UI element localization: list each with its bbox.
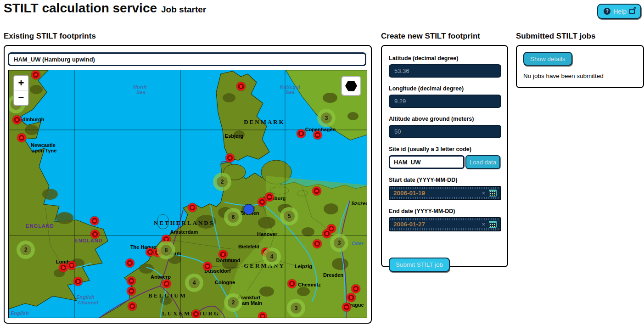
map[interactable]: NorthSeaKattegatSeaEnglishChannelEnglish… <box>8 70 367 318</box>
footprint-marker[interactable] <box>203 262 212 271</box>
zoom-in-button[interactable]: + <box>14 76 28 90</box>
footprint-marker[interactable] <box>13 116 22 124</box>
cluster-count: 3 <box>334 237 345 248</box>
footprint-marker[interactable] <box>347 293 356 302</box>
cluster-count: 8 <box>161 245 172 256</box>
start-date-field[interactable]: 2006-01-19 × <box>389 186 501 200</box>
external-link-icon <box>629 9 635 14</box>
footprint-marker[interactable] <box>67 261 76 270</box>
altitude-value: 50 <box>394 128 401 135</box>
cluster-marker[interactable]: 2 <box>17 241 35 259</box>
footprint-marker[interactable] <box>59 264 68 272</box>
footprint-marker[interactable] <box>74 277 83 286</box>
cluster-marker[interactable]: 2 <box>224 293 242 312</box>
footprint-marker[interactable] <box>258 312 267 319</box>
cluster-marker[interactable]: 6 <box>224 208 242 226</box>
layers-hexagon-icon <box>345 81 357 91</box>
longitude-label: Longitude (decimal degree) <box>389 85 500 92</box>
footprint-marker[interactable] <box>192 310 201 319</box>
footprint-marker[interactable] <box>323 230 331 238</box>
footprint-marker[interactable] <box>188 203 197 212</box>
footprint-marker[interactable] <box>128 302 137 311</box>
cluster-count: 2 <box>217 176 228 187</box>
latitude-value: 53.36 <box>394 67 409 74</box>
selected-site-marker[interactable] <box>244 205 254 214</box>
calendar-icon[interactable] <box>489 221 497 228</box>
cluster-count: 6 <box>228 212 239 223</box>
footprint-marker[interactable] <box>162 280 171 288</box>
footprints-panel: HAM_UW (Hamburg upwind) <box>4 45 372 324</box>
jobs-empty-message: No jobs have been submitted <box>523 73 637 79</box>
show-details-button[interactable]: Show details <box>523 52 572 66</box>
question-icon: ? <box>604 8 610 15</box>
help-button[interactable]: ? Help <box>597 4 641 19</box>
footprint-marker[interactable] <box>32 71 40 79</box>
map-marker-layer: 232652843423 <box>9 70 367 318</box>
longitude-field[interactable]: 9.29 <box>389 95 501 108</box>
cluster-count: 4 <box>266 251 277 262</box>
site-id-input[interactable] <box>389 155 465 169</box>
clear-date-icon[interactable]: × <box>482 190 485 196</box>
cluster-marker[interactable]: 5 <box>280 207 298 225</box>
altitude-field[interactable]: 50 <box>389 125 501 138</box>
end-date-value: 2006-01-27 <box>393 221 482 228</box>
submit-job-button[interactable]: Submit STILT job <box>389 258 450 272</box>
help-button-label: Help <box>613 8 627 15</box>
footprint-marker[interactable] <box>237 82 246 91</box>
footprint-marker[interactable] <box>313 240 322 248</box>
app-subtitle: Job starter <box>161 5 206 14</box>
longitude-value: 9.29 <box>394 98 406 105</box>
footprint-marker[interactable] <box>265 193 274 202</box>
footprint-marker[interactable] <box>352 285 360 293</box>
footprint-select[interactable]: HAM_UW (Hamburg upwind) <box>8 52 366 66</box>
cluster-count: 3 <box>291 303 302 314</box>
footprint-marker[interactable] <box>314 131 322 140</box>
footprint-marker[interactable] <box>90 217 99 225</box>
cluster-marker[interactable]: 4 <box>185 274 203 292</box>
footprints-heading: Existing STILT footprints <box>4 32 96 41</box>
altitude-label: Altitude above ground (meters) <box>389 116 500 122</box>
cluster-count: 3 <box>321 112 332 123</box>
app-title: STILT calculation serviceJob starter <box>4 1 206 16</box>
cluster-marker[interactable]: 3 <box>287 299 305 317</box>
jobs-panel: Show details No jobs have been submitted <box>516 45 644 88</box>
app-title-text: STILT calculation service <box>4 1 157 15</box>
calendar-icon[interactable] <box>489 190 497 196</box>
footprint-marker[interactable] <box>219 250 228 259</box>
footprint-marker[interactable] <box>313 187 321 196</box>
footprint-marker[interactable] <box>226 154 235 163</box>
latitude-field[interactable]: 53.36 <box>389 64 501 78</box>
footprint-marker[interactable] <box>127 287 136 296</box>
cluster-marker[interactable]: 8 <box>157 241 175 259</box>
end-date-field[interactable]: 2006-01-27 × <box>389 217 501 231</box>
page: STILT calculation serviceJob starter ? H… <box>0 0 644 331</box>
cluster-count: 2 <box>228 297 239 308</box>
footprint-marker[interactable] <box>91 230 100 239</box>
latitude-label: Latitude (decimal degree) <box>389 55 500 62</box>
cluster-marker[interactable]: 3 <box>317 109 336 127</box>
site-id-label: Site id (usually a 3 letter code) <box>389 146 500 152</box>
cluster-marker[interactable]: 2 <box>213 173 231 191</box>
cluster-marker[interactable]: 4 <box>263 247 281 266</box>
footprint-marker[interactable] <box>17 134 26 142</box>
footprint-marker[interactable] <box>342 303 351 312</box>
cluster-marker[interactable]: 3 <box>330 234 348 252</box>
clear-date-icon[interactable]: × <box>482 221 485 228</box>
map-layers-control[interactable] <box>341 76 361 96</box>
footprint-marker[interactable] <box>126 259 134 268</box>
zoom-out-button[interactable]: − <box>14 90 28 105</box>
start-date-label: Start date (YYYY-MM-DD) <box>389 177 500 183</box>
jobs-heading: Submitted STILT jobs <box>516 32 595 41</box>
cluster-count: 4 <box>189 277 200 288</box>
create-panel: Latitude (decimal degree) 53.36 Longitud… <box>381 45 508 267</box>
footprint-marker[interactable] <box>127 277 136 286</box>
end-date-label: End date (YYYY-MM-DD) <box>389 208 500 214</box>
start-date-value: 2006-01-19 <box>393 190 482 196</box>
load-data-button[interactable]: Load data <box>465 155 500 169</box>
map-zoom-control: + − <box>13 75 29 106</box>
footprint-marker[interactable] <box>297 129 306 138</box>
cluster-count: 5 <box>284 211 295 222</box>
create-heading: Create new STILT footprint <box>381 32 480 41</box>
footprint-marker[interactable] <box>288 280 297 288</box>
footprint-select-value: HAM_UW (Hamburg upwind) <box>14 56 95 63</box>
